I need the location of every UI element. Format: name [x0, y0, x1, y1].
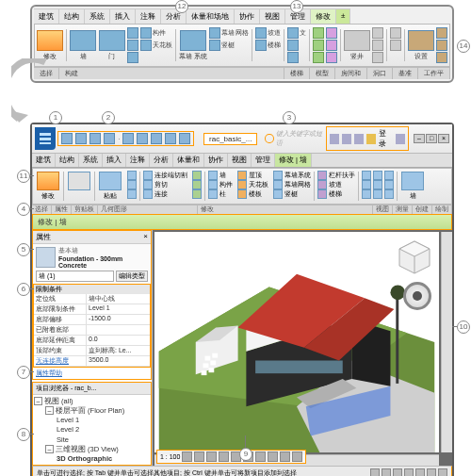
qat-section-icon[interactable]: [165, 133, 176, 144]
copy2-icon[interactable]: [373, 180, 382, 189]
mr-roof-button[interactable]: 屋顶: [237, 171, 268, 180]
qat-measure-icon[interactable]: [137, 133, 148, 144]
infocenter-search-icon[interactable]: [265, 134, 273, 143]
element-filter-select[interactable]: 墙 (1): [36, 271, 114, 282]
split-face-icon[interactable]: [192, 189, 202, 199]
mtab-analyze[interactable]: 分析: [150, 154, 173, 167]
array-icon[interactable]: [384, 189, 394, 199]
mtab-annotate[interactable]: 注释: [126, 154, 150, 167]
palette-close-icon[interactable]: ×: [143, 232, 148, 242]
mr-copy-button[interactable]: [127, 180, 137, 189]
infocenter-search-button[interactable]: [330, 134, 339, 144]
tree-floorplans[interactable]: –楼层平面 (Floor Plan): [45, 406, 150, 416]
mtab-collaborate[interactable]: 协作: [204, 154, 228, 167]
mr-properties-button[interactable]: [65, 171, 93, 202]
mirror-icon[interactable]: [384, 171, 394, 180]
visual-style-icon[interactable]: [194, 451, 204, 462]
tree-item[interactable]: Level 1: [57, 416, 150, 425]
mtab-structure[interactable]: 结构: [56, 154, 79, 167]
mtab-modify-wall[interactable]: 修改 | 墙: [275, 154, 312, 167]
shadows-icon[interactable]: [219, 451, 229, 462]
drag-elements-icon[interactable]: [427, 468, 436, 476]
param-row[interactable]: 已附着底部: [34, 325, 150, 336]
mtab-manage[interactable]: 管理: [252, 154, 275, 167]
tree-item[interactable]: Site: [57, 435, 150, 445]
workset-icon[interactable]: [370, 468, 380, 476]
viewport-scrollbar-vertical[interactable]: [441, 232, 452, 452]
qat-3d-icon[interactable]: [151, 133, 162, 144]
modify-button[interactable]: 修改: [37, 27, 63, 63]
tab-collaborate[interactable]: 协作: [235, 8, 260, 24]
tree-item[interactable]: Approach: [57, 464, 150, 466]
mr-floor-button[interactable]: 楼板: [237, 189, 268, 199]
set-workplane-button[interactable]: 设置: [408, 27, 434, 63]
mullion-button[interactable]: 竖梃: [209, 40, 250, 51]
view-cube[interactable]: [396, 238, 433, 275]
mtab-systems[interactable]: 系统: [79, 154, 103, 167]
param-row[interactable]: 定位线墙中心线: [34, 294, 150, 304]
login-label[interactable]: 登录: [379, 128, 393, 149]
expand-icon[interactable]: –: [45, 406, 54, 415]
tab-systems[interactable]: 系统: [85, 8, 110, 24]
ceiling-button[interactable]: 天花板: [140, 40, 172, 51]
curtain-system-button[interactable]: 幕墙 系统: [179, 27, 207, 63]
exchange-icon[interactable]: [354, 134, 364, 144]
mr-join-button[interactable]: 连接: [143, 189, 187, 199]
select-links-icon[interactable]: [404, 468, 414, 476]
sun-path-icon[interactable]: [206, 451, 217, 462]
mr-joincut-button[interactable]: 连接端切割: [143, 171, 187, 180]
help-icon[interactable]: [396, 134, 405, 144]
mr-stair-button[interactable]: 楼梯: [317, 189, 355, 199]
trim-icon[interactable]: [362, 189, 371, 199]
shaft-button[interactable]: 竖井: [344, 27, 370, 63]
steering-wheel[interactable]: [403, 282, 431, 310]
mr-wall-big-button[interactable]: 墙: [398, 171, 427, 202]
tab-massing[interactable]: 体量和场地: [187, 8, 235, 24]
mr-column-button[interactable]: 柱: [208, 189, 233, 199]
curtain-grid-button[interactable]: 幕墙 网格: [209, 27, 250, 39]
tree-item-current[interactable]: 3D Orthographic: [57, 454, 150, 464]
qat-redo-icon[interactable]: [104, 133, 115, 144]
expand-icon[interactable]: –: [45, 445, 54, 453]
tab-structure[interactable]: 结构: [59, 8, 85, 24]
minimize-button[interactable]: –: [414, 134, 425, 143]
mr-ceiling2-button[interactable]: 天花板: [237, 180, 268, 189]
stair-button[interactable]: 楼梯: [255, 40, 281, 51]
door-button[interactable]: 门: [98, 27, 124, 63]
qat-open-icon[interactable]: [61, 133, 73, 144]
component-button[interactable]: 构件: [140, 27, 172, 39]
align-icon[interactable]: [362, 171, 371, 180]
tab-architecture[interactable]: 建筑: [34, 8, 59, 24]
subscription-icon[interactable]: [342, 134, 351, 144]
tree-root[interactable]: –视图 (all): [34, 397, 150, 406]
mr-paste-button[interactable]: 粘贴: [96, 171, 124, 202]
mr-cw-sys-button[interactable]: 幕墙系统: [273, 171, 311, 180]
crop-visible-icon[interactable]: [255, 451, 266, 462]
tree-item[interactable]: Level 2: [57, 425, 150, 435]
tab-insert[interactable]: 插入: [110, 8, 136, 24]
qat-print-icon[interactable]: [122, 133, 134, 144]
demolish-icon[interactable]: [192, 171, 202, 180]
drawing-area[interactable]: 1 : 100: [153, 230, 452, 466]
wall-button[interactable]: 墙: [70, 27, 96, 63]
tab-annotate[interactable]: 注释: [136, 8, 161, 24]
edit-type-button[interactable]: 编辑类型: [116, 271, 148, 282]
lock-view-icon[interactable]: [268, 451, 278, 462]
offset-icon[interactable]: [373, 171, 382, 180]
tab-modify[interactable]: 修改: [311, 8, 336, 24]
expand-icon[interactable]: –: [34, 397, 42, 405]
mr-cut-button[interactable]: [127, 171, 137, 180]
view-scale[interactable]: 1 : 100: [160, 453, 180, 460]
move-icon[interactable]: [362, 180, 371, 189]
mtab-view[interactable]: 视图: [228, 154, 252, 167]
mr-cutgeo-button[interactable]: 剪切: [143, 180, 187, 189]
mr-railing-button[interactable]: 栏杆扶手: [317, 171, 355, 180]
param-row[interactable]: 底部限制条件Level 1: [34, 304, 150, 315]
close-button[interactable]: ×: [438, 134, 449, 143]
qat-save-icon[interactable]: [75, 133, 87, 144]
qat-undo-icon[interactable]: [89, 133, 101, 144]
param-row[interactable]: 顶部约束直到标高: Le...: [34, 346, 150, 356]
rotate-icon[interactable]: [384, 180, 394, 189]
ramp-button[interactable]: 坡道: [255, 27, 281, 39]
param-row[interactable]: 底部偏移-1500.0: [34, 315, 150, 325]
